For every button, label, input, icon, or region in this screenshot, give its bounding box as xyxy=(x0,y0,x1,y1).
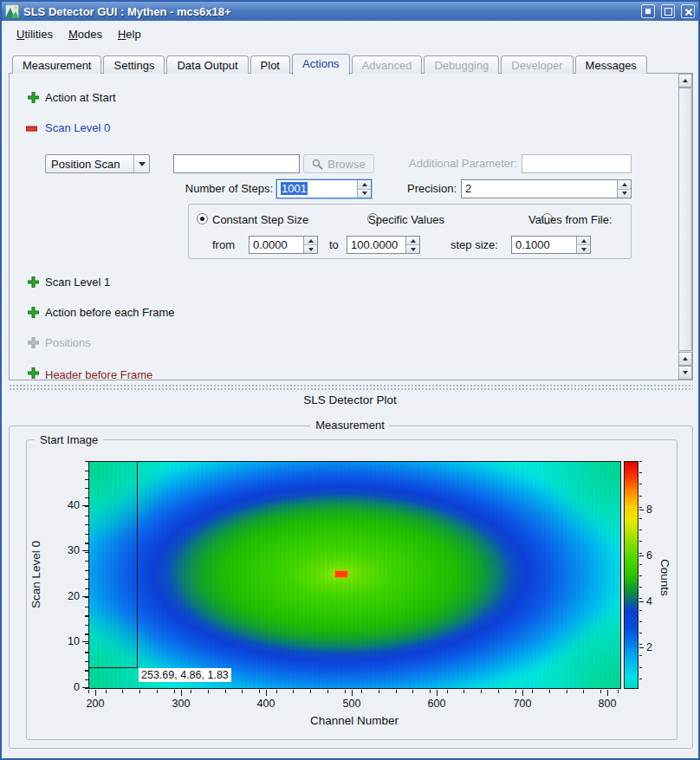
additional-parameter-input[interactable] xyxy=(522,154,632,173)
x-tick-label: 300 xyxy=(164,698,198,710)
add-icon[interactable] xyxy=(28,367,39,379)
add-icon[interactable] xyxy=(28,276,39,288)
action-before-frame-label: Action before each Frame xyxy=(45,306,175,319)
y-tick-label: 10 xyxy=(54,635,80,647)
tab-settings[interactable]: Settings xyxy=(103,55,165,74)
window-title: SLS Detector GUI : Mythen - mcs6x18+ xyxy=(23,5,635,18)
app-window: SLS Detector GUI : Mythen - mcs6x18+ Uti… xyxy=(0,0,700,760)
step-size-spinbox[interactable]: 0.1000 xyxy=(511,236,591,254)
tab-advanced: Advanced xyxy=(352,55,423,74)
scroll-down-button[interactable] xyxy=(678,366,692,380)
colorbar-tick-mark xyxy=(639,510,644,510)
add-icon-disabled xyxy=(28,337,39,348)
tab-actions[interactable]: Actions xyxy=(292,54,350,75)
scan-mode-selected: Position Scan xyxy=(51,158,120,171)
x-tick-label: 800 xyxy=(590,698,625,710)
from-spin-down-button[interactable] xyxy=(304,245,317,253)
scan-script-input[interactable] xyxy=(173,154,300,173)
y-tick-label: 0 xyxy=(54,681,80,693)
colorbar-tick-mark xyxy=(639,601,644,602)
precision-spin-up-button[interactable] xyxy=(618,180,631,190)
app-icon xyxy=(5,4,19,18)
scan-level-0-label: Scan Level 0 xyxy=(45,121,110,134)
precision-spin-down-button[interactable] xyxy=(618,190,631,198)
titlebar[interactable]: SLS Detector GUI : Mythen - mcs6x18+ xyxy=(2,2,698,21)
x-tick-mark xyxy=(607,690,608,696)
action-at-start-label: Action at Start xyxy=(45,91,116,104)
header-before-frame-label: Header before Frame xyxy=(45,368,152,380)
scroll-up-button[interactable] xyxy=(678,74,692,88)
colorbar-minor-ticks xyxy=(639,461,642,689)
maximize-icon xyxy=(664,8,672,16)
x-tick-label: 700 xyxy=(505,698,540,710)
colorbar-tick-mark xyxy=(639,647,644,648)
minimize-button[interactable] xyxy=(641,4,655,18)
from-value: 0.0000 xyxy=(253,238,288,251)
close-button[interactable] xyxy=(681,4,695,18)
precision-spinbox[interactable]: 2 xyxy=(461,179,632,198)
scan-mode-select[interactable]: Position Scan xyxy=(45,154,150,173)
tab-plot[interactable]: Plot xyxy=(250,55,290,74)
radio-constant-label: Constant Step Size xyxy=(212,213,308,226)
step-size-value: 0.1000 xyxy=(515,238,550,251)
step-spin-up-button[interactable] xyxy=(577,237,590,245)
remove-icon[interactable] xyxy=(26,123,37,134)
browse-label: Browse xyxy=(327,158,365,171)
steps-spin-up-button[interactable] xyxy=(358,180,371,190)
menu-modes[interactable]: Modes xyxy=(61,24,110,44)
measurement-group-title: Measurement xyxy=(310,419,389,432)
x-tick-mark xyxy=(437,690,438,696)
to-label: to xyxy=(329,238,339,251)
number-of-steps-spinbox[interactable]: 1001 xyxy=(276,179,372,198)
x-tick-mark xyxy=(95,690,96,696)
number-of-steps-value: 1001 xyxy=(281,182,308,195)
add-icon[interactable] xyxy=(28,92,39,103)
x-tick-label: 200 xyxy=(78,698,113,710)
y-tick-label: 30 xyxy=(54,544,80,556)
step-size-label: step size: xyxy=(450,238,498,251)
menu-utilities[interactable]: Utilities xyxy=(9,24,61,44)
x-minor-ticks xyxy=(88,690,621,693)
magnifier-icon xyxy=(312,159,323,170)
radio-constant-step-size[interactable] xyxy=(197,213,208,224)
steps-spin-down-button[interactable] xyxy=(358,190,371,198)
x-tick-label: 500 xyxy=(334,698,369,710)
menu-help[interactable]: Help xyxy=(110,24,149,44)
start-image-group-title: Start Image xyxy=(35,433,103,446)
x-tick-mark xyxy=(266,690,267,696)
add-icon[interactable] xyxy=(28,307,39,318)
plot-panel-title: SLS Detector Plot xyxy=(2,393,698,406)
scroll-up-button-2[interactable] xyxy=(678,352,692,366)
colorbar-title: Counts xyxy=(656,542,671,612)
precision-label: Precision: xyxy=(407,182,457,195)
zoom-selection-rect xyxy=(89,462,138,668)
x-tick-mark xyxy=(181,690,182,696)
combo-dropdown-arrow[interactable] xyxy=(133,155,149,172)
browse-button: Browse xyxy=(303,154,374,173)
x-tick-label: 400 xyxy=(249,698,283,710)
from-spinbox[interactable]: 0.0000 xyxy=(249,236,318,254)
number-of-steps-label: Number of Steps: xyxy=(179,182,273,195)
colorbar xyxy=(624,461,638,689)
y-tick-label: 40 xyxy=(54,499,80,511)
y-axis-title: Scan Level 0 xyxy=(29,529,45,620)
menubar: Utilities Modes Help xyxy=(3,23,697,45)
colorbar-tick-label: 2 xyxy=(646,641,662,653)
minimize-icon xyxy=(645,9,651,14)
step-spin-down-button[interactable] xyxy=(577,245,590,253)
heatmap-canvas[interactable]: 253.69, 4.86, 1.83 xyxy=(88,461,621,689)
cursor-readout: 253.69, 4.86, 1.83 xyxy=(139,668,231,682)
to-spin-down-button[interactable] xyxy=(406,245,419,253)
to-spin-up-button[interactable] xyxy=(406,237,419,245)
tabbar: Measurement Settings Data Output Plot Ac… xyxy=(12,53,649,74)
to-spinbox[interactable]: 100.0000 xyxy=(347,236,420,254)
splitter-handle[interactable] xyxy=(9,384,693,392)
tab-measurement[interactable]: Measurement xyxy=(12,55,101,74)
peak-marker xyxy=(334,570,348,578)
from-spin-up-button[interactable] xyxy=(304,237,317,245)
maximize-button[interactable] xyxy=(661,4,675,18)
tab-messages[interactable]: Messages xyxy=(575,55,647,74)
tab-data-output[interactable]: Data Output xyxy=(166,55,248,74)
scrollbar-thumb[interactable] xyxy=(678,88,692,351)
x-tick-label: 600 xyxy=(419,698,454,710)
